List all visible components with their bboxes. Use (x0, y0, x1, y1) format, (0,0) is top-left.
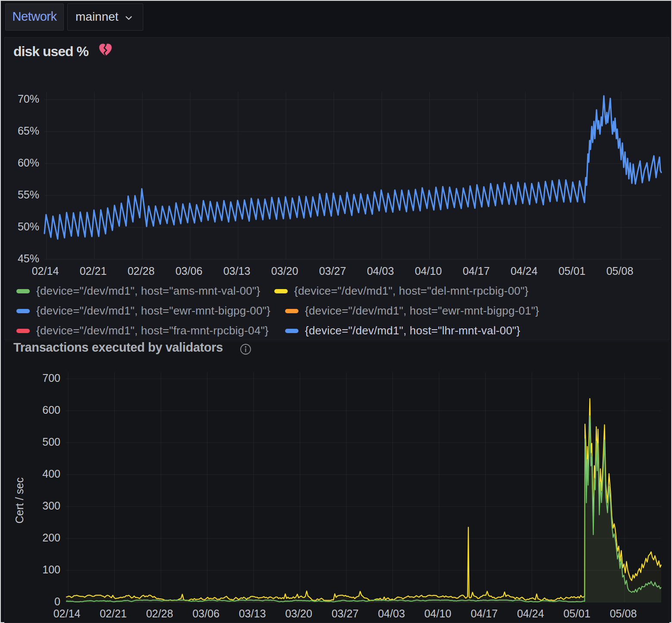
svg-text:04/17: 04/17 (471, 607, 498, 620)
svg-text:05/08: 05/08 (610, 607, 637, 620)
svg-text:0: 0 (54, 595, 60, 607)
svg-text:Cert / sec: Cert / sec (13, 478, 25, 524)
svg-text:04/10: 04/10 (415, 265, 442, 277)
svg-text:65%: 65% (18, 125, 39, 137)
svg-text:03/13: 03/13 (223, 265, 251, 277)
svg-text:03/20: 03/20 (271, 265, 298, 277)
svg-text:04/24: 04/24 (517, 607, 544, 620)
svg-text:03/27: 03/27 (332, 607, 359, 620)
svg-text:04/10: 04/10 (424, 607, 452, 620)
svg-text:03/06: 03/06 (176, 265, 203, 277)
svg-text:04/03: 04/03 (367, 265, 394, 277)
svg-text:02/21: 02/21 (100, 607, 127, 620)
svg-text:05/01: 05/01 (559, 265, 586, 277)
svg-text:55%: 55% (18, 189, 39, 201)
svg-text:700: 700 (42, 372, 60, 384)
svg-text:03/27: 03/27 (319, 265, 346, 277)
svg-text:03/06: 03/06 (192, 607, 220, 620)
svg-text:400: 400 (42, 468, 60, 480)
svg-text:500: 500 (42, 436, 60, 448)
svg-text:04/24: 04/24 (511, 265, 538, 277)
svg-text:70%: 70% (18, 93, 39, 105)
svg-text:60%: 60% (18, 157, 39, 169)
svg-text:200: 200 (42, 532, 60, 544)
svg-text:03/20: 03/20 (285, 607, 312, 620)
svg-text:45%: 45% (18, 252, 39, 264)
svg-text:04/17: 04/17 (463, 265, 490, 277)
svg-text:05/08: 05/08 (606, 265, 634, 277)
svg-text:02/21: 02/21 (80, 265, 107, 277)
svg-text:100: 100 (42, 563, 60, 576)
svg-text:05/01: 05/01 (563, 607, 590, 620)
svg-text:02/28: 02/28 (128, 265, 155, 277)
svg-text:02/14: 02/14 (32, 265, 59, 277)
svg-text:02/14: 02/14 (53, 607, 81, 620)
svg-text:04/03: 04/03 (378, 607, 405, 620)
svg-text:600: 600 (42, 404, 60, 416)
svg-text:300: 300 (42, 500, 60, 512)
svg-text:50%: 50% (18, 220, 39, 233)
svg-text:03/13: 03/13 (239, 607, 266, 620)
svg-text:02/28: 02/28 (146, 607, 173, 620)
